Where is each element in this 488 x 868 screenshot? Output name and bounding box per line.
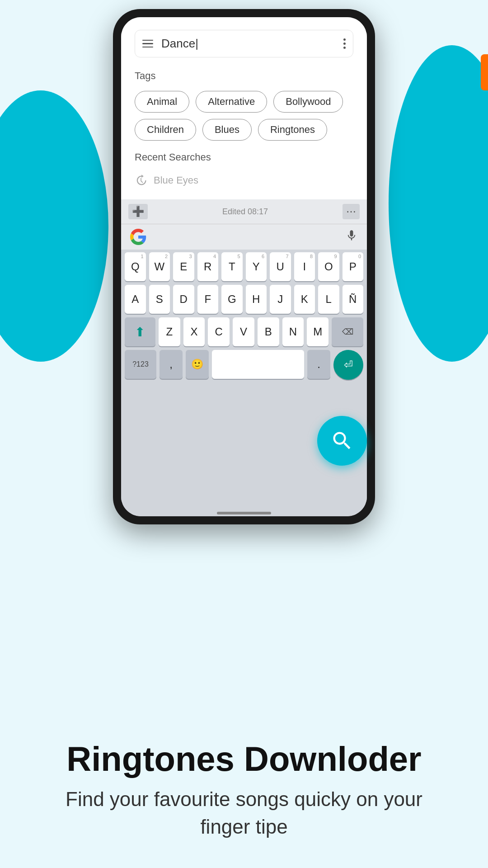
tag-bollywood[interactable]: Bollywood [273,91,343,113]
keyboard-suggestion-row [121,224,367,250]
key-num-switch[interactable]: ?123 [125,350,156,379]
key-enter[interactable]: ⏎ [333,350,363,380]
app-content: Tags Animal Alternative Bollywood Childr… [121,17,367,199]
tag-alternative[interactable]: Alternative [196,91,267,113]
recent-label: Recent Searches [135,151,353,163]
more-options-icon[interactable] [343,38,346,49]
key-n[interactable]: N [282,317,304,346]
tags-label: Tags [135,70,353,82]
app-title: Ringtones Downloder [41,740,447,778]
keyboard-keys: Q1 W2 E3 R4 T5 Y6 U7 I8 O9 P0 A S D F [121,250,367,509]
tags-row-2: Children Blues Ringtones [135,119,353,141]
fab-search-button[interactable] [317,416,367,466]
keyboard-toolbar: ➕ Edited 08:17 ⋯ [121,199,367,224]
key-d[interactable]: D [173,285,194,314]
key-e[interactable]: E3 [173,252,194,281]
key-f[interactable]: F [197,285,219,314]
key-m[interactable]: M [307,317,328,346]
key-x[interactable]: X [183,317,205,346]
key-space[interactable] [212,350,304,379]
key-v[interactable]: V [233,317,254,346]
key-g[interactable]: G [221,285,243,314]
toolbar-edited-text: Edited 08:17 [222,207,268,217]
toolbar-plus-button[interactable]: ➕ [128,204,148,219]
key-backspace[interactable]: ⌫ [332,317,363,346]
tags-row-1: Animal Alternative Bollywood [135,91,353,113]
toolbar-more-button[interactable]: ⋯ [343,204,360,219]
key-row-4: ?123 , 🙂 . ⏎ [125,350,363,380]
key-y[interactable]: Y6 [246,252,267,281]
key-q[interactable]: Q1 [125,252,146,281]
tag-animal[interactable]: Animal [135,91,189,113]
key-z[interactable]: Z [159,317,180,346]
history-icon [135,174,147,187]
search-bar[interactable] [135,30,353,57]
key-ntilde[interactable]: Ñ [343,285,364,314]
recent-searches-section: Recent Searches Blue Eyes [135,151,353,190]
fab-search-icon [330,429,354,453]
recent-item[interactable]: Blue Eyes [135,170,353,190]
tag-blues[interactable]: Blues [202,119,252,141]
key-k[interactable]: K [294,285,315,314]
key-o[interactable]: O9 [318,252,339,281]
key-comma[interactable]: , [160,350,183,379]
bg-blob-left [0,90,108,362]
key-emoji[interactable]: 🙂 [186,350,209,379]
app-subtitle: Find your favourite songs quicky on your… [41,785,447,841]
tag-ringtones[interactable]: Ringtones [258,119,327,141]
key-l[interactable]: L [318,285,339,314]
key-p[interactable]: P0 [343,252,364,281]
key-b[interactable]: B [258,317,279,346]
key-i[interactable]: I8 [294,252,315,281]
key-c[interactable]: C [208,317,230,346]
hamburger-icon[interactable] [142,40,153,48]
key-row-1: Q1 W2 E3 R4 T5 Y6 U7 I8 O9 P0 [125,252,363,281]
key-shift[interactable]: ⬆ [125,317,155,346]
bg-blob-right [389,45,488,362]
tag-children[interactable]: Children [135,119,196,141]
recent-text-blue-eyes[interactable]: Blue Eyes [154,175,198,186]
key-period[interactable]: . [307,350,330,379]
key-row-2: A S D F G H J K L Ñ [125,285,363,314]
bottom-text-section: Ringtones Downloder Find your favourite … [41,740,447,841]
key-r[interactable]: R4 [197,252,219,281]
keyboard-area: ➕ Edited 08:17 ⋯ [121,199,367,516]
phone-frame: Tags Animal Alternative Bollywood Childr… [113,9,375,524]
key-w[interactable]: W2 [149,252,170,281]
home-indicator [217,512,271,514]
mic-icon[interactable] [345,229,358,245]
key-j[interactable]: J [270,285,291,314]
orange-accent-bar [481,54,488,90]
phone-screen: Tags Animal Alternative Bollywood Childr… [121,17,367,516]
key-s[interactable]: S [149,285,170,314]
google-logo [130,229,146,245]
key-a[interactable]: A [125,285,146,314]
key-u[interactable]: U7 [270,252,291,281]
search-input[interactable] [161,37,343,51]
key-t[interactable]: T5 [221,252,243,281]
key-h[interactable]: H [246,285,267,314]
key-row-3: ⬆ Z X C V B N M ⌫ [125,317,363,346]
